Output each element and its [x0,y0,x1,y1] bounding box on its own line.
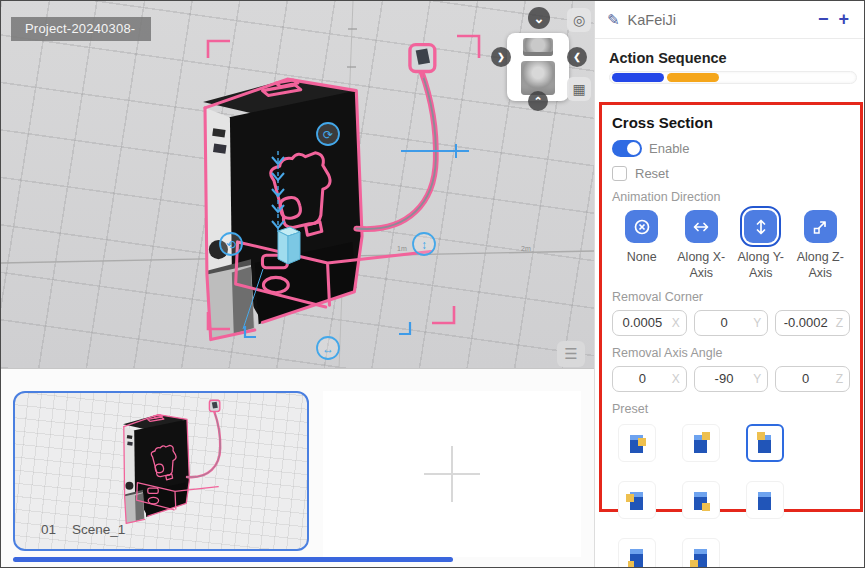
collapse-panel-button[interactable]: − [813,9,834,30]
svg-text:↕: ↕ [421,238,427,252]
chevron-left-icon: ❮ [573,52,581,62]
direction-none-button[interactable] [625,210,658,243]
cube-preset-icon [626,432,648,454]
scale-label-1m: 1m [397,245,407,252]
view-expand-button[interactable]: ⌃ [528,91,548,111]
preset-option-6[interactable] [746,481,784,519]
scene-index: 01 [41,522,56,537]
properties-panel: ✎ KaFeiJi − + Action Sequence Cross Sect… [594,1,865,567]
selection-brackets-blue [245,322,410,337]
scene-thumbnail-art [111,397,231,529]
direction-none-label: None [627,249,657,265]
grid-icon: ▦ [572,81,585,97]
action-sequence-label: Action Sequence [609,50,727,66]
cube-preset-icon [626,489,648,511]
axis-label-x: X [672,316,680,330]
grid-view-button[interactable]: ▦ [567,77,591,101]
cube-preset-icon [754,432,776,454]
preset-label: Preset [612,402,850,416]
focus-target-button[interactable]: ◎ [567,8,591,32]
list-icon: ☰ [564,345,577,363]
cube-preset-icon [690,432,712,454]
view-collapse-button[interactable]: ⌄ [528,7,550,29]
arrow-diagonal-icon [810,217,830,237]
animation-direction-options: None Along X-Axis [612,210,850,282]
app-window: Project-20240308- [0,0,865,568]
toggle-knob [627,142,640,155]
chevron-up-icon: ⌃ [533,95,542,108]
axis-label-x: X [672,372,680,386]
removal-axis-angle-label: Removal Axis Angle [612,346,850,360]
view-prev-button[interactable]: ❯ [491,47,511,67]
rotate-gizmo-top[interactable]: ⟳ [317,123,339,145]
enable-toggle[interactable] [612,140,642,157]
chevron-down-icon: ⌄ [534,11,545,26]
scene-card-empty[interactable] [323,391,581,557]
cube-preset-icon [690,489,712,511]
direction-y-axis-button[interactable] [744,210,777,243]
add-panel-button[interactable]: + [833,9,854,30]
preset-option-4[interactable] [618,481,656,519]
3d-viewport[interactable]: Project-20240308- [1,1,594,369]
direction-z-axis-button[interactable] [804,210,837,243]
axis-label-y: Y [753,372,761,386]
reset-checkbox[interactable] [612,166,627,181]
action-sequence-segment-orange[interactable] [667,73,719,82]
panel-header: ✎ KaFeiJi − + [595,1,865,39]
action-sequence-segment-blue[interactable] [612,73,664,82]
cube-preset-icon [690,546,712,568]
direction-y-axis-label: Along Y-Axis [731,249,791,282]
reset-label: Reset [635,166,669,181]
view-preview-top[interactable] [523,38,553,56]
removal-axis-angle-inputs: X Y Z [612,366,850,392]
chevron-right-icon: ❯ [497,52,505,62]
panel-title: KaFeiJi [628,12,813,28]
preset-grid [612,422,850,568]
direction-z-axis-label: Along Z-Axis [791,249,851,282]
edit-icon[interactable]: ✎ [607,11,620,29]
animation-direction-label: Animation Direction [612,190,850,204]
cube-preset-icon [626,546,648,568]
preset-option-2[interactable] [682,424,720,462]
scene-label: 01 Scene_1 [41,522,125,537]
action-sequence-track[interactable] [609,71,857,84]
project-label: Project-20240308- [11,17,151,41]
arrow-horizontal-icon [691,217,711,237]
workspace-left: Project-20240308- [1,1,594,567]
cross-section-highlight: Cross Section Enable Reset Animation Dir… [599,102,863,512]
coffee-machine-model[interactable] [203,45,436,340]
target-icon: ◎ [573,12,585,28]
axis-label-z: Z [836,372,843,386]
add-scene-icon [424,446,480,502]
move-vertical-gizmo[interactable]: ↕ [413,233,435,255]
preset-option-3-selected[interactable] [746,424,784,462]
scale-label-2m: 2m [521,245,531,252]
scene-card-selected[interactable]: 01 Scene_1 [13,391,309,551]
direction-x-axis-button[interactable] [685,210,718,243]
svg-text:⟳: ⟳ [323,128,333,142]
enable-label: Enable [649,141,689,156]
rotate-gizmo-left[interactable]: ⟲ [220,233,242,255]
object-list-button[interactable]: ☰ [557,341,585,367]
cube-preset-icon [754,489,776,511]
removal-corner-inputs: X Y Z [612,310,850,336]
removal-corner-label: Removal Corner [612,290,850,304]
svg-text:↔: ↔ [322,342,334,356]
preset-option-8[interactable] [682,538,720,568]
scene-name: Scene_1 [72,522,125,537]
axis-label-z: Z [836,316,843,330]
view-next-button[interactable]: ❮ [567,47,587,67]
svg-text:⟲: ⟲ [226,238,236,252]
axis-label-y: Y [753,316,761,330]
none-circle-x-icon [632,217,652,237]
view-preview-front[interactable] [521,61,555,95]
preset-option-5[interactable] [682,481,720,519]
preset-option-1[interactable] [618,424,656,462]
cross-section-title: Cross Section [612,114,850,131]
scene-strip: 01 Scene_1 [1,369,594,567]
move-horizontal-gizmo[interactable]: ↔ [317,337,339,359]
direction-x-axis-label: Along X-Axis [672,249,732,282]
preset-option-7[interactable] [618,538,656,568]
arrow-vertical-icon [751,217,771,237]
horizontal-scrollbar[interactable] [13,557,453,562]
